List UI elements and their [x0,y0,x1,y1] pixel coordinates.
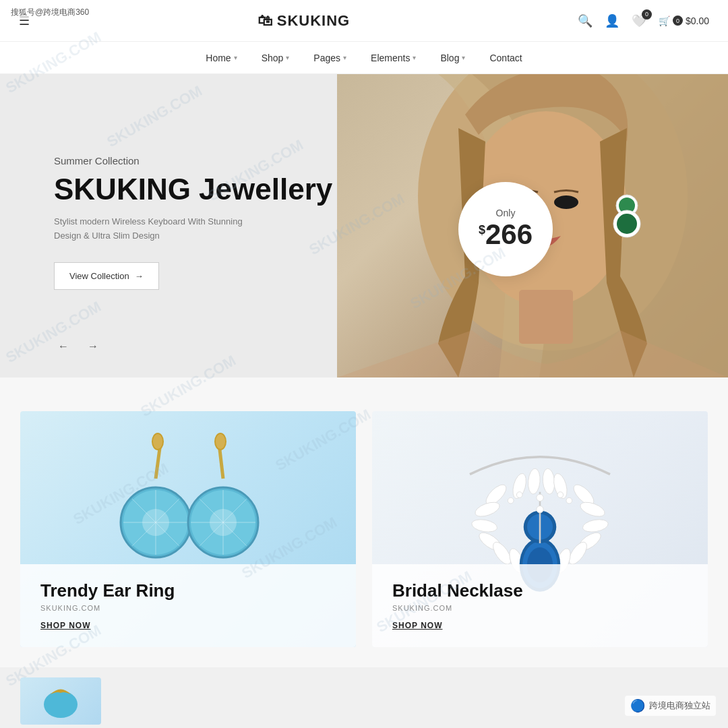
price-currency: $ [479,223,485,237]
earring-shop-now[interactable]: SHOP NOW [40,621,90,630]
nav-home-label: Home [206,53,231,63]
necklace-brand: SKUKING.COM [392,604,688,612]
main-nav: Home ▾ Shop ▾ Pages ▾ Elements ▾ Blog ▾ … [0,42,728,74]
nav-item-blog[interactable]: Blog ▾ [440,53,465,63]
svg-point-42 [527,468,541,494]
bottom-watermark-text: 跨境电商独立站 [649,700,710,712]
view-collection-arrow: → [135,271,144,281]
hero-nav-arrows: ← → [54,337,102,356]
nav-blog-label: Blog [440,53,459,63]
nav-shop-label: Shop [262,53,284,63]
svg-point-28 [210,509,237,536]
category-section: Trendy Ear Ring SKUKING.COM SHOP NOW [0,377,728,667]
svg-point-12 [152,433,163,450]
svg-point-9 [617,214,637,234]
nav-item-home[interactable]: Home ▾ [206,53,237,63]
hero-title: SKUKING Jewellery [54,173,332,206]
wishlist-button[interactable]: 🤍 0 [632,13,646,28]
price-bubble: Only $266 [458,182,553,276]
nav-item-contact[interactable]: Contact [489,53,522,63]
necklace-card-content: Bridal Necklase SKUKING.COM SHOP NOW [372,564,708,647]
svg-point-56 [566,497,572,504]
wishlist-badge: 0 [642,9,652,20]
nav-contact-label: Contact [489,53,522,63]
svg-point-51 [537,494,543,501]
view-collection-label: View Collection [69,271,129,281]
category-card-necklace: Bridal Necklase SKUKING.COM SHOP NOW [372,411,708,647]
logo[interactable]: 🛍 SKUKING [257,12,350,30]
sohu-watermark: 搜狐号@跨境电商360 [7,5,93,20]
svg-point-57 [44,691,78,718]
nav-blog-chevron: ▾ [462,54,465,61]
nav-home-chevron: ▾ [234,54,237,61]
hero-next-button[interactable]: → [84,337,102,356]
earring-card-content: Trendy Ear Ring SKUKING.COM SHOP NOW [20,564,356,647]
nav-shop-chevron: ▾ [286,54,289,61]
hero-subtitle: Summer Collection [54,155,332,166]
bottom-watermark: 🔵 跨境电商独立站 [625,696,716,716]
svg-point-31 [471,518,498,534]
nav-elements-chevron: ▾ [413,54,416,61]
svg-point-54 [508,497,514,504]
header: ☰ 🛍 SKUKING 🔍 👤 🤍 0 🛒 0 $0.00 [0,0,728,42]
necklace-shop-now[interactable]: SHOP NOW [392,621,442,630]
nav-pages-chevron: ▾ [343,54,346,61]
earring-title: Trendy Ear Ring [40,580,336,601]
nav-elements-label: Elements [371,53,410,63]
cart-badge: 0 [673,16,683,26]
necklace-title: Bridal Necklase [392,580,688,601]
header-right: 🔍 👤 🤍 0 🛒 0 $0.00 [578,13,709,28]
price-only-label: Only [496,208,516,218]
user-button[interactable]: 👤 [605,13,619,28]
nav-item-pages[interactable]: Pages ▾ [313,53,346,63]
svg-point-55 [557,492,564,498]
view-collection-button[interactable]: View Collection → [54,262,159,290]
svg-point-4 [554,195,578,209]
hero-prev-button[interactable]: ← [54,337,73,356]
hero-section: Only $266 Summer Collection SKUKING Jewe… [0,74,728,377]
bottom-row [0,667,728,728]
earring-brand: SKUKING.COM [40,604,336,612]
hero-content: Summer Collection SKUKING Jewellery Styl… [54,155,332,290]
svg-rect-2 [519,290,573,344]
hero-description: Stylist modern Wireless Keyboard With St… [54,215,243,243]
logo-icon: 🛍 [257,12,273,30]
bottom-product-preview [20,677,101,725]
search-button[interactable]: 🔍 [578,13,593,28]
logo-text: SKUKING [277,12,350,30]
svg-point-52 [537,506,543,512]
price-amount: $266 [479,218,533,251]
category-card-earring: Trendy Ear Ring SKUKING.COM SHOP NOW [20,411,356,647]
svg-point-21 [215,433,226,450]
svg-point-19 [142,509,169,536]
svg-point-37 [582,518,609,534]
nav-item-elements[interactable]: Elements ▾ [371,53,416,63]
cart-button[interactable]: 🛒 0 $0.00 [659,16,709,26]
nav-item-shop[interactable]: Shop ▾ [262,53,290,63]
nav-pages-label: Pages [313,53,340,63]
svg-point-53 [516,492,522,498]
cart-price: $0.00 [686,16,709,26]
